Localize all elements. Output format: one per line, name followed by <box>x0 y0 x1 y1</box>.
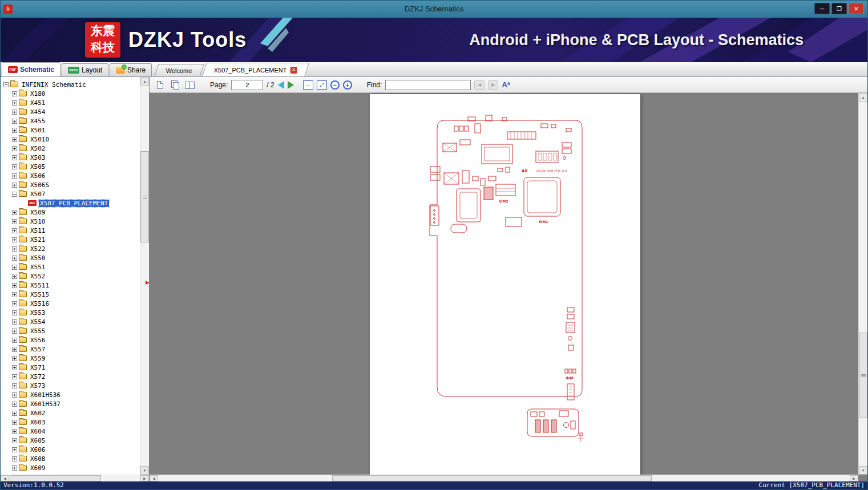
scroll-down-icon[interactable]: ▼ <box>140 466 149 475</box>
expand-icon[interactable]: + <box>12 246 17 252</box>
tree-item-x455[interactable]: +X455 <box>2 116 139 125</box>
expand-icon[interactable]: + <box>12 146 17 151</box>
scroll-right-icon[interactable]: ▶ <box>140 475 149 481</box>
expand-icon[interactable]: + <box>12 183 17 188</box>
minimize-button[interactable]: ─ <box>814 3 830 14</box>
fit-page-button[interactable]: ⤢ <box>317 80 327 90</box>
expand-icon[interactable]: + <box>12 356 17 361</box>
continuous-view-button[interactable] <box>169 79 180 91</box>
tab-x507-pcb-placement[interactable]: X507_PCB_PLACEMENT ✕ <box>202 63 309 76</box>
viewer-vertical-scrollbar[interactable]: ▲ ▼ <box>858 93 867 475</box>
expand-icon[interactable]: + <box>12 365 17 370</box>
expand-icon[interactable]: + <box>12 274 17 279</box>
expand-icon[interactable]: + <box>12 338 17 343</box>
expand-icon[interactable]: + <box>12 347 17 352</box>
tree-item-x501[interactable]: +X501 <box>2 125 139 135</box>
scroll-left-icon[interactable]: ◀ <box>1 475 9 481</box>
expand-icon[interactable]: + <box>12 91 17 96</box>
tree-item-x554[interactable]: +X554 <box>2 317 139 326</box>
tree-item-x507[interactable]: −X507 <box>2 189 139 199</box>
tree-item-x601h536[interactable]: +X601H536 <box>2 390 139 399</box>
viewer-hscroll-thumb[interactable] <box>332 475 652 481</box>
tree-item-x503[interactable]: +X503 <box>2 153 139 162</box>
expand-icon[interactable]: + <box>12 210 17 215</box>
tree-item-x557[interactable]: +X557 <box>2 345 139 354</box>
find-previous-button[interactable]: ◀ <box>474 80 485 90</box>
tree-item-x551[interactable]: +X551 <box>2 262 139 272</box>
tree-item-x571[interactable]: +X571 <box>2 363 139 372</box>
single-page-view-button[interactable] <box>154 79 165 91</box>
tree-item-infinix schematic[interactable]: −INFINIX Schematic <box>2 80 139 89</box>
match-case-button[interactable]: Aª <box>502 80 510 89</box>
expand-icon[interactable]: + <box>12 164 17 169</box>
tab-schematic[interactable]: PDF Schematic <box>2 62 60 76</box>
tree-item-x605[interactable]: +X605 <box>2 436 139 445</box>
tab-welcome[interactable]: Welcome <box>155 64 204 76</box>
tree-item-x5515[interactable]: +X5515 <box>2 290 139 299</box>
maximize-button[interactable]: ❐ <box>831 3 847 14</box>
splitter-arrow-icon[interactable]: ▶ <box>146 280 150 285</box>
tree-item-x552[interactable]: +X552 <box>2 272 139 281</box>
tree-item-x521[interactable]: +X521 <box>2 235 139 244</box>
expand-icon[interactable]: + <box>12 100 17 106</box>
expand-icon[interactable]: + <box>12 374 17 379</box>
tree-item-x609[interactable]: +X609 <box>2 463 139 472</box>
tree-item-x608[interactable]: +X608 <box>2 454 139 463</box>
tab-close-icon[interactable]: ✕ <box>290 67 297 74</box>
tab-layout[interactable]: PADS Layout <box>62 63 108 76</box>
collapse-icon[interactable]: − <box>3 82 9 87</box>
tree-item-x559[interactable]: +X559 <box>2 354 139 363</box>
expand-icon[interactable]: + <box>12 137 17 142</box>
sidebar-vertical-scrollbar[interactable]: ▲ ▼ <box>140 77 149 475</box>
expand-icon[interactable]: + <box>12 329 17 334</box>
tree-item-x602[interactable]: +X602 <box>2 408 139 418</box>
facing-view-button[interactable] <box>184 79 195 91</box>
scroll-right-icon[interactable]: ▶ <box>850 475 858 481</box>
expand-icon[interactable]: + <box>12 110 17 115</box>
next-page-button[interactable] <box>288 81 294 89</box>
expand-icon[interactable]: + <box>12 420 17 425</box>
find-next-button[interactable]: ▶ <box>488 80 498 90</box>
tree-item-x180[interactable]: +X180 <box>2 89 139 98</box>
tree-item-x454[interactable]: +X454 <box>2 107 139 116</box>
expand-icon[interactable]: + <box>12 319 17 325</box>
expand-icon[interactable]: + <box>12 411 17 416</box>
expand-icon[interactable]: + <box>12 265 17 270</box>
tree-item-x5516[interactable]: +X5516 <box>2 299 139 308</box>
tree-item-x572[interactable]: +X572 <box>2 372 139 381</box>
expand-icon[interactable]: + <box>12 447 17 452</box>
sidebar-horizontal-scrollbar[interactable]: ◀ ▶ <box>1 475 149 481</box>
expand-icon[interactable]: + <box>12 237 17 242</box>
expand-icon[interactable]: + <box>12 283 17 288</box>
tree-item-x603[interactable]: +X603 <box>2 418 139 427</box>
tree-item-x5010[interactable]: +X5010 <box>2 135 139 144</box>
scroll-up-icon[interactable]: ▲ <box>140 77 149 86</box>
tree-item-x522[interactable]: +X522 <box>2 244 139 253</box>
tree-item-x451[interactable]: +X451 <box>2 98 139 107</box>
tree-item-x5511[interactable]: +X5511 <box>2 281 139 290</box>
scroll-up-icon[interactable]: ▲ <box>859 93 867 102</box>
tree-item-x555[interactable]: +X555 <box>2 326 139 335</box>
expand-icon[interactable]: + <box>12 310 17 315</box>
expand-icon[interactable]: + <box>12 383 17 388</box>
sidebar-scroll-thumb[interactable] <box>140 151 149 242</box>
expand-icon[interactable]: + <box>12 456 17 461</box>
tree-item-x502[interactable]: +X502 <box>2 144 139 153</box>
tree-item-x556[interactable]: +X556 <box>2 335 139 345</box>
tree-item-x553[interactable]: +X553 <box>2 308 139 317</box>
viewer-horizontal-scrollbar[interactable]: ◀ ▶ <box>150 475 858 481</box>
expand-icon[interactable]: + <box>12 392 17 398</box>
tree-item-x506[interactable]: +X506 <box>2 171 139 180</box>
tree-item-x505[interactable]: +X505 <box>2 162 139 171</box>
scroll-down-icon[interactable]: ▼ <box>859 466 867 475</box>
page-input[interactable] <box>231 80 263 90</box>
close-button[interactable]: ✕ <box>849 3 864 14</box>
collapse-icon[interactable]: − <box>12 192 17 197</box>
tree-item-x550[interactable]: +X550 <box>2 253 139 262</box>
tree-item-x506s[interactable]: +X506S <box>2 180 139 189</box>
expand-icon[interactable]: + <box>12 292 17 297</box>
expand-icon[interactable]: + <box>12 465 17 471</box>
tab-share[interactable]: Share <box>110 63 152 76</box>
viewer-scroll-thumb[interactable] <box>859 333 867 418</box>
zoom-in-button[interactable]: + <box>343 80 352 90</box>
